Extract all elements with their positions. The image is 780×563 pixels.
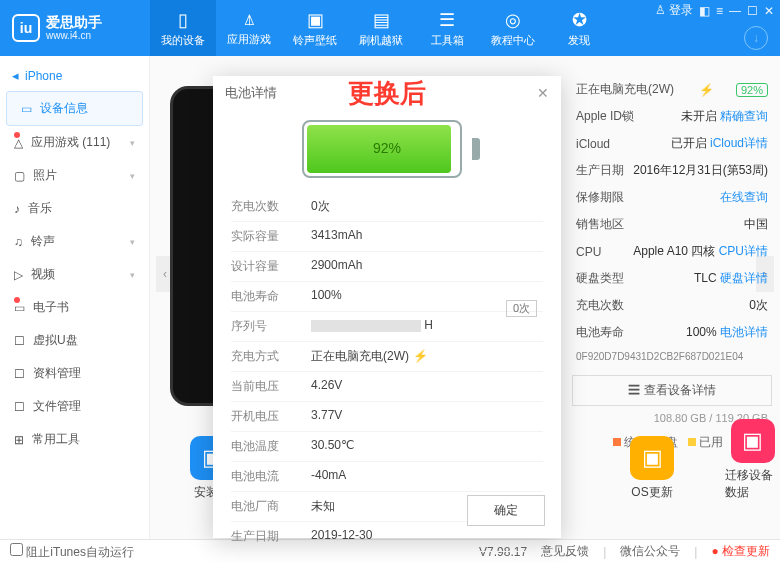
sidebar-item-10[interactable]: ⊞常用工具 — [0, 423, 149, 456]
bolt-icon: ⚡ — [413, 349, 428, 363]
info-row: 充电次数0次 — [572, 292, 772, 319]
sidebar-item-0[interactable]: ▭设备信息 — [6, 91, 143, 126]
block-itunes-checkbox[interactable]: 阻止iTunes自动运行 — [10, 543, 134, 561]
minimize-icon[interactable]: ― — [729, 4, 741, 18]
sidebar-item-3[interactable]: ♪音乐 — [0, 192, 149, 225]
info-row: 保修期限 在线查询 — [572, 184, 772, 211]
modal-title: 电池详情 — [225, 84, 277, 102]
menu-icon[interactable]: ≡ — [716, 4, 723, 18]
brand-name: 爱思助手 — [46, 14, 102, 31]
info-row: iCloud已开启 iCloud详情 — [572, 130, 772, 157]
sidebar-label: 资料管理 — [33, 365, 81, 382]
download-badge-icon[interactable]: ↓ — [744, 26, 768, 50]
ok-button[interactable]: 确定 — [467, 495, 545, 526]
info-link[interactable]: 精确查询 — [720, 109, 768, 123]
sidebar-label: 虚拟U盘 — [33, 332, 78, 349]
info-link[interactable]: 电池详情 — [720, 325, 768, 339]
action-button-1[interactable]: ▣OS更新 — [630, 436, 674, 501]
modal-banner: 更换后 — [348, 76, 426, 111]
info-link[interactable]: 硬盘详情 — [720, 271, 768, 285]
battery-graphic: 92% — [302, 120, 472, 178]
sidebar-item-1[interactable]: △应用游戏 (111)▾ — [0, 126, 149, 159]
sidebar-item-7[interactable]: ☐虚拟U盘 — [0, 324, 149, 357]
battery-row: 序列号 H — [231, 312, 543, 342]
check-update-link[interactable]: ● 检查更新 — [711, 543, 770, 560]
music-icon: ▣ — [307, 9, 324, 31]
sidebar-icon: △ — [14, 136, 23, 150]
battery-row: 当前电压4.26V — [231, 372, 543, 402]
login-link[interactable]: ♙ 登录 — [655, 2, 693, 19]
brand-site: www.i4.cn — [46, 30, 102, 42]
sidebar-icon: ♫ — [14, 235, 23, 249]
toolbox-icon: ☰ — [439, 9, 455, 31]
sidebar-label: 铃声 — [31, 233, 55, 250]
action-label: 迁移设备数据 — [725, 467, 780, 501]
battery-pct: 92% — [302, 140, 472, 156]
view-device-details-button[interactable]: ☰ 查看设备详情 — [572, 375, 772, 406]
nav-ringtone[interactable]: ▣铃声壁纸 — [282, 0, 348, 56]
sidebar-label: 设备信息 — [40, 100, 88, 117]
sidebar-item-4[interactable]: ♫铃声▾ — [0, 225, 149, 258]
sidebar-label: 音乐 — [28, 200, 52, 217]
info-link[interactable]: iCloud详情 — [710, 136, 768, 150]
sidebar-label: 电子书 — [33, 299, 69, 316]
info-row: 硬盘类型TLC 硬盘详情 — [572, 265, 772, 292]
info-row: 销售地区中国 — [572, 211, 772, 238]
cycle-tag: 0次 — [506, 300, 537, 317]
battery-details-modal: 电池详情 更换后 ✕ 92% 0次 充电次数0次实际容量3413mAh设计容量2… — [213, 76, 561, 538]
battery-row: 电池电流-40mA — [231, 462, 543, 492]
sidebar-item-2[interactable]: ▢照片▾ — [0, 159, 149, 192]
sidebar-label: 照片 — [33, 167, 57, 184]
apps-icon: ⍋ — [244, 9, 255, 30]
skin-icon[interactable]: ◧ — [699, 4, 710, 18]
sidebar-label: 应用游戏 (111) — [31, 134, 110, 151]
sidebar-item-8[interactable]: ☐资料管理 — [0, 357, 149, 390]
app-header: iu 爱思助手 www.i4.cn ▯我的设备 ⍋应用游戏 ▣铃声壁纸 ▤刷机越… — [0, 0, 780, 56]
device-info-panel: 正在电脑充电(2W) ⚡ 92% Apple ID锁未开启 精确查询iCloud… — [572, 76, 772, 455]
serial-mask — [311, 320, 421, 332]
sidebar-icon: ☐ — [14, 400, 25, 414]
sidebar-icon: ▭ — [21, 102, 32, 116]
battery-row: 电池寿命100% — [231, 282, 543, 312]
info-row: 生产日期2016年12月31日(第53周) — [572, 157, 772, 184]
nav-apps[interactable]: ⍋应用游戏 — [216, 0, 282, 56]
action-icon: ▣ — [731, 419, 775, 463]
nav-tutorial[interactable]: ◎教程中心 — [480, 0, 546, 56]
udid-value: 0F920D7D9431D2CB2F687D021E04 — [576, 351, 743, 362]
sidebar-icon: ▷ — [14, 268, 23, 282]
legend-item: 已用 — [688, 434, 723, 451]
nav-my-device[interactable]: ▯我的设备 — [150, 0, 216, 56]
sidebar-label: 视频 — [31, 266, 55, 283]
modal-close-icon[interactable]: ✕ — [537, 85, 549, 101]
sidebar-icon: ⊞ — [14, 433, 24, 447]
sidebar-icon: ☐ — [14, 334, 25, 348]
sidebar-icon: ▢ — [14, 169, 25, 183]
sidebar-device-head[interactable]: ◂ iPhone — [0, 60, 149, 91]
nav-flash[interactable]: ▤刷机越狱 — [348, 0, 414, 56]
brand-logo: iu 爱思助手 www.i4.cn — [0, 0, 150, 56]
charge-status: 正在电脑充电(2W) — [576, 81, 674, 98]
info-link[interactable]: 在线查询 — [720, 190, 768, 204]
action-button-2[interactable]: ▣迁移设备数据 — [725, 419, 780, 501]
compass-icon: ✪ — [572, 9, 587, 31]
charge-pct-badge: 92% — [736, 83, 768, 97]
book-icon: ◎ — [505, 9, 521, 31]
info-link[interactable]: CPU详情 — [719, 244, 768, 258]
maximize-icon[interactable]: ☐ — [747, 4, 758, 18]
sidebar-item-6[interactable]: ▭电子书 — [0, 291, 149, 324]
battery-row: 电池温度30.50℃ — [231, 432, 543, 462]
nav-discover[interactable]: ✪发现 — [546, 0, 612, 56]
phone-icon: ▯ — [178, 9, 188, 31]
nav-toolbox[interactable]: ☰工具箱 — [414, 0, 480, 56]
info-row: Apple ID锁未开启 精确查询 — [572, 103, 772, 130]
close-icon[interactable]: ✕ — [764, 4, 774, 18]
wechat-link[interactable]: 微信公众号 — [620, 543, 680, 560]
info-row: CPUApple A10 四核 CPU详情 — [572, 238, 772, 265]
sidebar-item-9[interactable]: ☐文件管理 — [0, 390, 149, 423]
logo-icon: iu — [12, 14, 40, 42]
info-row: 电池寿命100% 电池详情 — [572, 319, 772, 346]
battery-row: 生产日期2019-12-30 — [231, 522, 543, 552]
sidebar-label: 常用工具 — [32, 431, 80, 448]
sidebar-item-5[interactable]: ▷视频▾ — [0, 258, 149, 291]
battery-row: 实际容量3413mAh — [231, 222, 543, 252]
